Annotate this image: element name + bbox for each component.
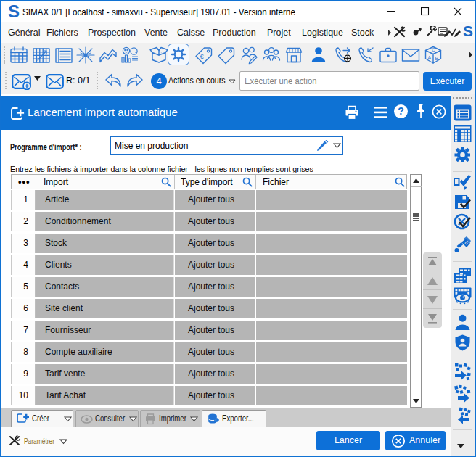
svg-text:€: € (200, 52, 205, 60)
svg-text:A: A (428, 55, 432, 60)
svg-text:C: C (432, 47, 435, 52)
svg-text:B: B (435, 56, 439, 61)
